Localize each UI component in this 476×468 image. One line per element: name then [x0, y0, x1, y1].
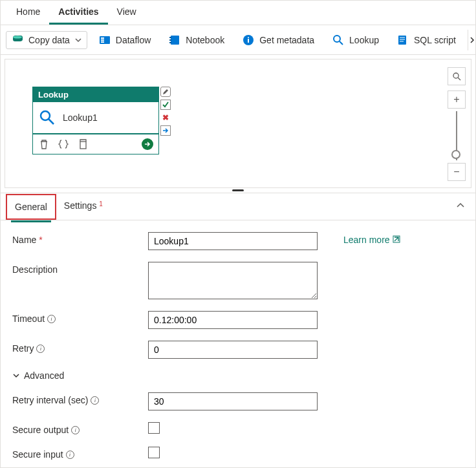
- sql-script-label: SQL script: [414, 35, 456, 45]
- port-failure-icon[interactable]: ✖: [160, 112, 171, 123]
- svg-rect-5: [171, 36, 179, 45]
- notebook-button[interactable]: Notebook: [162, 30, 231, 50]
- dataflow-button[interactable]: Dataflow: [92, 30, 157, 50]
- script-icon: [397, 34, 409, 46]
- activity-type-label: Lookup: [33, 87, 158, 102]
- pipeline-canvas[interactable]: Lookup Lookup1: [5, 59, 471, 188]
- port-completion-icon[interactable]: [160, 125, 171, 136]
- lookup-icon: [332, 34, 344, 46]
- svg-rect-2: [101, 37, 104, 39]
- svg-rect-17: [80, 142, 86, 149]
- zoom-slider[interactable]: [456, 111, 457, 160]
- name-field[interactable]: [148, 232, 318, 250]
- chevron-down-icon: [75, 35, 81, 45]
- delete-icon[interactable]: [38, 138, 50, 150]
- activity-node-lookup[interactable]: Lookup Lookup1: [32, 87, 159, 154]
- info-icon: [243, 34, 254, 46]
- label-retry: Retry i: [12, 341, 142, 354]
- lookup-icon: [38, 109, 56, 127]
- toolbar-overflow-right[interactable]: [468, 30, 476, 50]
- external-link-icon: [393, 235, 400, 245]
- svg-rect-8: [169, 42, 171, 43]
- port-success-icon[interactable]: [160, 100, 171, 110]
- notebook-label: Notebook: [186, 35, 224, 45]
- zoom-search-icon[interactable]: [448, 67, 466, 85]
- get-metadata-label: Get metadata: [259, 35, 314, 45]
- chevron-down-icon: [12, 372, 20, 379]
- tab-settings[interactable]: Settings 1: [56, 194, 111, 219]
- notebook-icon: [169, 34, 180, 46]
- copy-data-button[interactable]: Copy data: [6, 31, 87, 49]
- label-secure-output: Secure output i: [12, 422, 142, 435]
- svg-rect-14: [398, 36, 406, 45]
- activity-name: Lookup1: [63, 112, 98, 123]
- info-icon[interactable]: i: [71, 426, 80, 434]
- svg-point-0: [13, 36, 22, 38]
- info-icon[interactable]: i: [91, 396, 99, 405]
- properties-tabs: General Settings 1: [1, 193, 475, 220]
- dataflow-label: Dataflow: [116, 35, 151, 45]
- label-description: Description: [12, 262, 142, 275]
- label-retry-interval: Retry interval (sec) i: [12, 392, 142, 405]
- svg-line-16: [49, 119, 54, 124]
- get-metadata-button[interactable]: Get metadata: [236, 30, 321, 50]
- tab-settings-label: Settings: [64, 200, 97, 211]
- svg-point-11: [248, 37, 249, 38]
- retry-field[interactable]: [148, 341, 318, 359]
- sql-script-button[interactable]: SQL script: [391, 30, 462, 50]
- zoom-out-button[interactable]: −: [448, 163, 466, 181]
- port-edit-icon[interactable]: [160, 87, 171, 97]
- run-arrow-icon[interactable]: [142, 138, 153, 150]
- info-icon[interactable]: i: [47, 315, 56, 323]
- nav-tab-activities[interactable]: Activities: [49, 1, 107, 25]
- svg-rect-7: [169, 39, 171, 41]
- activity-body: Lookup1: [33, 102, 158, 133]
- lookup-button[interactable]: Lookup: [326, 30, 385, 50]
- svg-rect-3: [101, 39, 104, 41]
- zoom-in-button[interactable]: +: [448, 90, 466, 109]
- svg-point-18: [453, 73, 459, 78]
- description-field[interactable]: [148, 262, 318, 299]
- collapse-panel-icon[interactable]: [451, 196, 470, 217]
- advanced-toggle[interactable]: Advanced: [12, 370, 464, 381]
- properties-panel: General Settings 1 Name * Learn more Des…: [1, 193, 475, 462]
- svg-point-12: [334, 36, 340, 42]
- properties-form: Name * Learn more Description Timeout i: [1, 220, 475, 462]
- info-icon[interactable]: i: [36, 345, 45, 353]
- label-timeout: Timeout i: [12, 311, 142, 324]
- nav-tab-home[interactable]: Home: [7, 1, 49, 25]
- tab-settings-badge: 1: [99, 200, 103, 207]
- code-braces-icon[interactable]: [58, 138, 69, 150]
- zoom-controls: + −: [446, 67, 467, 181]
- svg-rect-10: [248, 39, 249, 43]
- secure-input-checkbox[interactable]: [148, 447, 160, 458]
- main-nav-tabs: Home Activities View: [1, 1, 475, 25]
- pipeline-canvas-wrap: Lookup Lookup1: [1, 55, 475, 192]
- nav-tab-view[interactable]: View: [108, 1, 146, 25]
- activity-footer: [33, 133, 158, 154]
- label-name: Name *: [12, 232, 142, 245]
- learn-more-link[interactable]: Learn more: [343, 232, 400, 245]
- zoom-slider-thumb[interactable]: [451, 150, 460, 159]
- info-icon[interactable]: i: [66, 451, 74, 459]
- svg-rect-4: [101, 41, 104, 43]
- activities-toolbar: Copy data Dataflow Notebook Get metadata…: [1, 25, 475, 55]
- dataflow-icon: [99, 34, 111, 46]
- svg-line-13: [340, 41, 343, 45]
- svg-point-15: [41, 111, 50, 120]
- advanced-label: Advanced: [24, 370, 64, 381]
- svg-line-19: [458, 78, 460, 80]
- secure-output-checkbox[interactable]: [148, 422, 160, 434]
- tab-general[interactable]: General: [6, 194, 56, 220]
- copy-data-icon: [12, 34, 23, 46]
- lookup-label: Lookup: [349, 35, 379, 45]
- timeout-field[interactable]: [148, 311, 318, 329]
- retry-interval-field[interactable]: [148, 392, 318, 410]
- copy-data-label: Copy data: [28, 35, 70, 45]
- activity-output-ports: ✖: [160, 87, 171, 136]
- svg-rect-6: [169, 37, 171, 38]
- label-secure-input: Secure input i: [12, 447, 142, 460]
- copy-icon[interactable]: [77, 138, 89, 150]
